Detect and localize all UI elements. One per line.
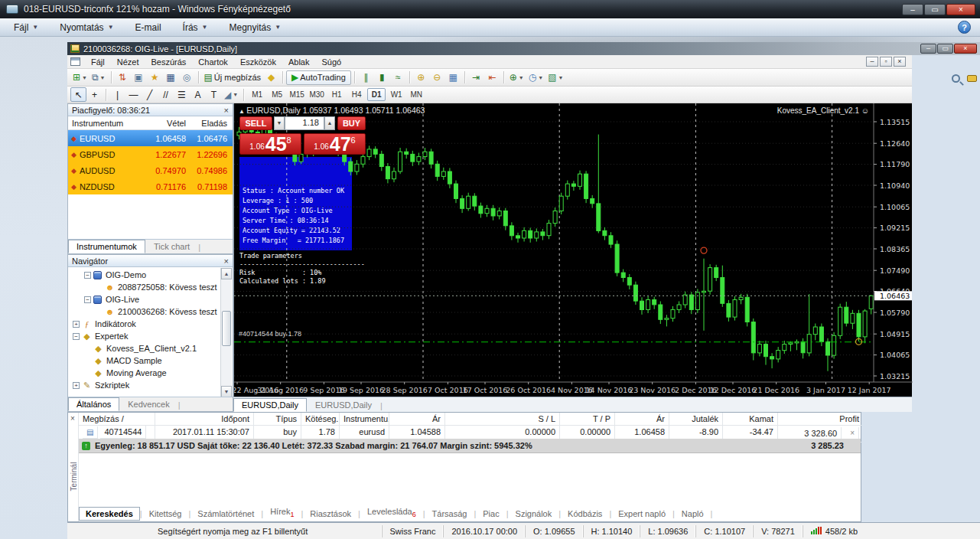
navigator-icon[interactable]: ★ [147,70,163,85]
navigator-item[interactable]: ☻2088725058: Kövess teszt [71,281,233,293]
timeframe-w1[interactable]: W1 [387,88,405,101]
mt4-menu-ablak[interactable]: Ablak [282,56,316,68]
horizontal-line-icon[interactable]: — [125,87,142,102]
market-watch-row-nzdusd[interactable]: ◆NZDUSD0.711760.71198 [68,178,233,194]
profiles-icon[interactable]: ⧉▼ [90,70,108,85]
tab-symbols[interactable]: Instrumentumok [68,240,145,253]
mt4-close-button[interactable]: × [954,44,977,54]
column-8[interactable]: Ár [615,413,669,426]
terminal-tab-levelesláda[interactable]: Levelesláda6 [360,505,423,521]
expand-icon[interactable]: + [73,382,80,389]
text-icon[interactable]: A [190,87,206,102]
bar-chart-icon[interactable]: ∥ [358,70,374,85]
crosshair-icon[interactable]: + [86,87,103,102]
scroll-down-icon[interactable]: ▼ [221,386,232,397]
terminal-tab-társaság[interactable]: Társaság [425,507,474,521]
column-9[interactable]: Jutalék [669,413,723,426]
market-watch-row-gbpusd[interactable]: ◆GBPUSD1.226771.22696 [68,146,233,162]
timeframe-m5[interactable]: M5 [268,88,286,101]
buy-button[interactable]: BUY [337,116,366,130]
new-order-icon[interactable]: ▤Új megbízás [202,70,263,85]
indicators-icon[interactable]: ⊕▼ [507,70,526,85]
column-bid[interactable]: Vétel [144,119,190,128]
navigator-item[interactable]: −OIG-Live [71,293,233,305]
mt4-menu-eszközök[interactable]: Eszközök [234,56,282,68]
navigator-item[interactable]: −OIG-Demo [71,269,233,281]
community-icon[interactable] [967,75,977,82]
terminal-tab-számlatörténet[interactable]: Számlatörténet [190,507,261,521]
trendline-icon[interactable]: ╱ [142,87,158,102]
text-label-icon[interactable]: T [206,87,222,102]
navigator-item[interactable]: ◆Moving Average [71,367,233,379]
close-icon[interactable]: × [224,256,229,266]
mt4-menu-beszúrás[interactable]: Beszúrás [145,56,192,68]
collapse-icon[interactable]: − [84,296,91,303]
mt4-menu-chartok[interactable]: Chartok [192,56,234,68]
chart-shift-icon[interactable]: ⇤ [484,70,500,85]
column-3[interactable]: Kötéseg... [301,413,340,426]
terminal-icon[interactable]: ▦ [163,70,179,85]
mt4-minimize-button[interactable]: – [920,44,936,54]
autotrading-icon[interactable]: ▶AutoTrading [286,70,351,85]
timeframe-mn[interactable]: MN [407,88,425,101]
terminal-tab-szignálok[interactable]: Szignálok [509,507,559,521]
tile-windows-icon[interactable]: ▦ [445,70,461,85]
viewer-menu-nyomtatás[interactable]: Nyomtatás▼ [52,20,121,35]
equidistant-channel-icon[interactable]: // [158,87,174,102]
column-11[interactable]: Profit [778,413,864,426]
terminal-tab-kódbázis[interactable]: Kódbázis [561,507,609,521]
connection-status[interactable]: 458/2 kb [803,525,865,537]
column-0[interactable]: Megbízás / [79,413,155,426]
column-2[interactable]: Típus [254,413,301,426]
line-chart-icon[interactable]: ≈ [390,70,406,85]
viewer-minimize-button[interactable]: – [902,4,923,15]
periods-icon[interactable]: ◷▼ [526,70,545,85]
mt4-menu-súgó[interactable]: Súgó [315,56,347,68]
collapse-icon[interactable]: − [84,272,91,279]
mt4-menu-fájl[interactable]: Fájl [85,56,111,68]
market-watch-row-eurusd[interactable]: ◆EURUSD1.064581.06476 [68,130,233,146]
market-watch-row-audusd[interactable]: ◆AUDUSD0.749700.74986 [68,162,233,178]
close-icon[interactable]: × [70,414,75,423]
sell-button[interactable]: SELL [239,116,272,130]
arrows-icon[interactable]: ◢▼ [222,87,240,102]
column-instrument[interactable]: Instrumentum [68,119,144,128]
collapse-icon[interactable]: − [73,333,80,340]
navigator-item[interactable]: ◆MACD Sample [71,354,233,367]
lot-decrease-icon[interactable]: ▼ [274,116,285,130]
tab-common[interactable]: Általános [68,397,119,411]
navigator-item[interactable]: +✎Szkriptek [71,379,233,391]
scrollbar-thumb[interactable] [222,311,231,346]
viewer-menu-írás[interactable]: Írás▼ [175,20,216,35]
viewer-close-button[interactable]: × [946,4,975,15]
navigator-scrollbar[interactable]: ▲ ▼ [220,268,232,397]
fibonacci-icon[interactable]: ☰ [174,87,190,102]
column-5[interactable]: Ár [389,413,445,426]
timeframe-m1[interactable]: M1 [248,88,266,101]
column-ask[interactable]: Eladás [190,119,231,128]
lot-size-input[interactable]: 1.18 [285,116,324,130]
buy-quote[interactable]: 1.06476 [304,133,366,155]
viewer-menu-e-mail[interactable]: E-mail [128,20,169,35]
expand-icon[interactable]: + [73,321,80,328]
candlestick-chart-icon[interactable]: ▮ [374,70,390,85]
zoom-out-icon[interactable]: ⊖ [429,70,445,85]
market-watch-icon[interactable]: ⇅ [115,70,131,85]
tab-favorites[interactable]: Kedvencek [119,397,177,411]
tab-chart-2[interactable]: EURUSD,Daily [307,398,380,412]
timeframe-h1[interactable]: H1 [327,88,346,101]
chart-close-icon[interactable]: × [894,57,906,67]
column-6[interactable]: S / L [445,413,560,426]
metaeditor-icon[interactable]: ◆ [263,70,279,85]
lot-increase-icon[interactable]: ▲ [324,116,335,130]
chart-minimize-icon[interactable]: – [866,57,878,67]
terminal-tab-hírek[interactable]: Hírek1 [263,505,301,521]
terminal-tab-expert-napló[interactable]: Expert napló [611,507,672,521]
viewer-menu-megnyitás[interactable]: Megnyitás▼ [222,20,289,35]
timeframe-m30[interactable]: M30 [308,88,326,101]
navigator-item[interactable]: ◆Kovess_EA_Client_v2.1 [71,342,233,354]
strategy-tester-icon[interactable]: ◎ [179,70,195,85]
navigator-item[interactable]: −◆Expertek [71,330,233,342]
chart-restore-icon[interactable]: ▫ [880,57,892,67]
data-window-icon[interactable]: ▣ [131,70,147,85]
